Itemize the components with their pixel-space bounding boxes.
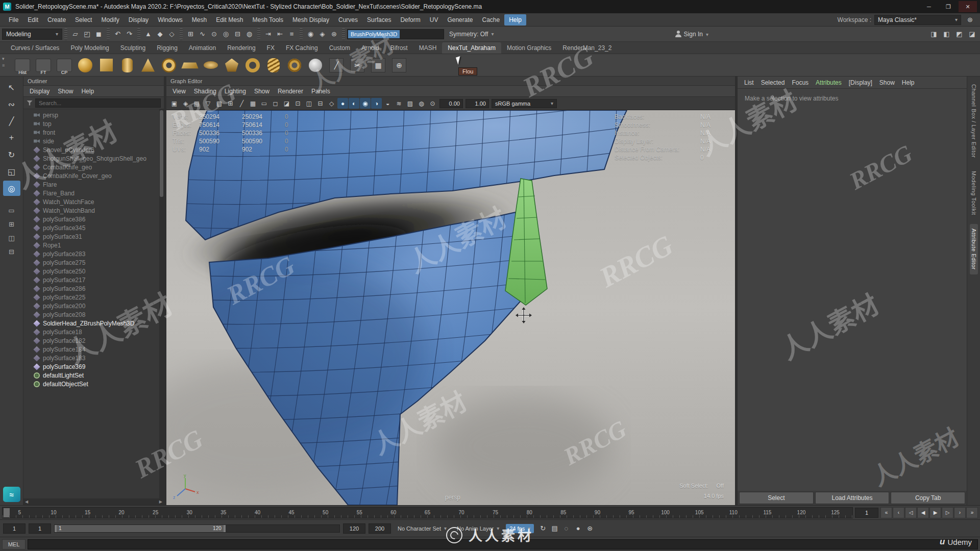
shelf-poly-pipe-button[interactable] <box>243 56 262 75</box>
attribute-editor-menu-item[interactable]: Show <box>876 78 898 88</box>
grid-toggle-icon[interactable]: ▦ <box>248 98 258 109</box>
viewport-menu-item[interactable]: Shading <box>190 86 220 96</box>
textured-mode-icon[interactable]: ◐ <box>349 98 359 109</box>
toggle-tool-settings-icon[interactable]: ◧ <box>941 28 952 40</box>
shelf-tab[interactable]: Arnold <box>356 42 385 54</box>
scroll-left-icon[interactable]: ◀ <box>25 499 28 504</box>
workspace-settings-icon[interactable]: ⊛ <box>964 14 976 26</box>
layout-hypershade-icon[interactable]: ⊟ <box>3 245 20 258</box>
snap-to-curve-icon[interactable]: ∿ <box>197 28 208 40</box>
snap-to-projected-center-icon[interactable]: ◎ <box>220 28 232 40</box>
paint-select-tool-icon[interactable]: ╱ <box>3 113 20 129</box>
snap-to-point-icon[interactable]: ⊙ <box>208 28 220 40</box>
menu-item[interactable]: Surfaces <box>362 14 396 26</box>
image-plane-icon[interactable]: ▧ <box>214 98 225 109</box>
shelf-tab[interactable]: MASH <box>413 42 443 54</box>
shelf-soccer-ball-button[interactable] <box>306 56 325 75</box>
shelf-delete-history-button[interactable]: Hist <box>13 56 32 75</box>
menu-item[interactable]: Select <box>70 14 96 26</box>
workspace-selector[interactable]: Maya Classic* <box>874 15 961 25</box>
scale-tool-icon[interactable]: ◱ <box>3 164 20 179</box>
attribute-editor-menu-item[interactable]: List <box>741 78 757 88</box>
step-forward-frame-button[interactable]: › <box>954 507 966 518</box>
rotate-tool-icon[interactable]: ↻ <box>3 147 20 162</box>
shelf-tab[interactable]: Rendering <box>222 42 261 54</box>
menu-set-selector[interactable]: Modeling <box>2 29 62 40</box>
outliner-item[interactable]: Flare_Band <box>23 189 164 197</box>
playback-speed-selector[interactable]: 24 fps <box>506 524 534 533</box>
outliner-item[interactable]: polySurface283 <box>23 249 164 258</box>
exposure-field[interactable]: 0.00 <box>439 99 463 108</box>
viewport-menu-item[interactable]: Renderer <box>274 86 307 96</box>
play-forward-button[interactable]: ▶ <box>929 507 941 518</box>
auto-key-icon[interactable]: ● <box>572 522 584 534</box>
shelf-freeze-transform-button[interactable]: FT <box>34 56 53 75</box>
render-frame-icon[interactable]: ◉ <box>305 28 316 40</box>
shadows-toggle-icon[interactable]: ◑ <box>371 98 382 109</box>
shelf-tab[interactable]: Poly Modeling <box>65 42 114 54</box>
outliner-item[interactable]: CombatKnife_geo <box>23 163 164 171</box>
anim-layer-selector[interactable]: No Anim Layer <box>453 524 503 533</box>
select-hierarchy-icon[interactable]: ▲ <box>142 28 154 40</box>
range-slider[interactable]: 1 120 <box>54 524 340 533</box>
shelf-tab[interactable]: RenderMan_23_2 <box>557 42 617 54</box>
outliner-item[interactable]: defaultObjectSet <box>23 380 164 388</box>
select-tool-icon[interactable]: ↖ <box>3 80 20 95</box>
character-set-selector[interactable]: No Character Set <box>394 524 450 533</box>
lasso-tool-icon[interactable]: ∾ <box>3 96 20 112</box>
menu-item[interactable]: Modify <box>96 14 124 26</box>
toggle-attribute-editor-icon[interactable]: ◨ <box>928 28 940 40</box>
shelf-poly-cone-button[interactable] <box>139 56 157 75</box>
anim-preferences-icon[interactable]: ⊛ <box>584 522 596 534</box>
outliner-item[interactable]: polySurface369 <box>23 362 164 371</box>
shelf-center-pivot-button[interactable]: CP <box>55 56 74 75</box>
camera-lock-icon[interactable]: ◈ <box>180 98 191 109</box>
shelf-poly-gear-button[interactable] <box>285 56 304 75</box>
attribute-editor-menu-item[interactable]: [Display] <box>845 78 876 88</box>
go-to-end-button[interactable]: » <box>966 507 978 518</box>
shelf-menu-icon[interactable]: ▾≡ <box>2 56 5 68</box>
last-tool-icon[interactable]: ◎ <box>3 181 20 196</box>
layout-persp-outliner-icon[interactable]: ◫ <box>3 232 20 244</box>
shelf-tab[interactable]: Animation <box>183 42 222 54</box>
outliner-menu-item[interactable]: Help <box>77 86 98 96</box>
status-separator[interactable] <box>64 28 67 40</box>
shelf-tab[interactable]: NexTut_Abraham <box>442 42 501 54</box>
shelf-tab[interactable]: Sculpting <box>115 42 151 54</box>
current-time-marker[interactable] <box>4 508 10 517</box>
outliner-item[interactable]: polySurface18 <box>23 328 164 336</box>
outliner-menu-item[interactable]: Show <box>54 86 77 96</box>
maximize-button[interactable]: ❐ <box>939 1 958 12</box>
sidebar-tab[interactable]: Modeling Toolkit <box>970 166 978 220</box>
time-slider[interactable]: 5101520253035404550556065707580859095100… <box>2 507 853 518</box>
playback-end-field[interactable]: 200 <box>369 523 391 534</box>
outliner-item[interactable]: polySurface183 <box>23 354 164 362</box>
motion-blur-icon[interactable]: ≋ <box>394 98 404 109</box>
construction-history-icon[interactable]: ≡ <box>286 28 298 40</box>
outliner-item[interactable]: polySurface250 <box>23 267 164 276</box>
shelf-poly-cube-button[interactable] <box>97 56 115 75</box>
shelf-quad-draw-button[interactable]: ▦ <box>369 56 387 75</box>
open-scene-icon[interactable]: ◰ <box>81 28 93 40</box>
close-button[interactable]: ✕ <box>959 1 977 12</box>
shelf-multi-cut-button[interactable]: ✂ <box>348 56 366 75</box>
status-separator[interactable] <box>180 28 183 40</box>
shelf-platonic-solid-button[interactable] <box>223 56 241 75</box>
outliner-item[interactable]: top <box>23 119 164 128</box>
step-back-key-button[interactable]: ◁ <box>905 507 917 518</box>
outliner-item[interactable]: polySurface217 <box>23 276 164 284</box>
save-scene-icon[interactable]: ◼ <box>93 28 105 40</box>
status-separator[interactable] <box>300 28 303 40</box>
shelf-poly-plane-button[interactable] <box>181 56 199 75</box>
outliner-item[interactable]: front <box>23 128 164 137</box>
menu-item[interactable]: Edit <box>23 14 43 26</box>
copy-tab-button[interactable]: Copy Tab <box>891 492 965 504</box>
input-connections-icon[interactable]: ⇥ <box>262 28 274 40</box>
menu-item[interactable]: Create <box>43 14 70 26</box>
sign-in-control[interactable]: Sign In <box>671 31 713 38</box>
lights-toggle-icon[interactable]: ◉ <box>360 98 371 109</box>
outliner-item[interactable]: Flare <box>23 180 164 189</box>
status-separator[interactable] <box>107 28 110 40</box>
sidebar-tab[interactable]: Channel Box / Layer Editor <box>970 80 978 162</box>
outliner-item[interactable]: polySurface345 <box>23 223 164 232</box>
